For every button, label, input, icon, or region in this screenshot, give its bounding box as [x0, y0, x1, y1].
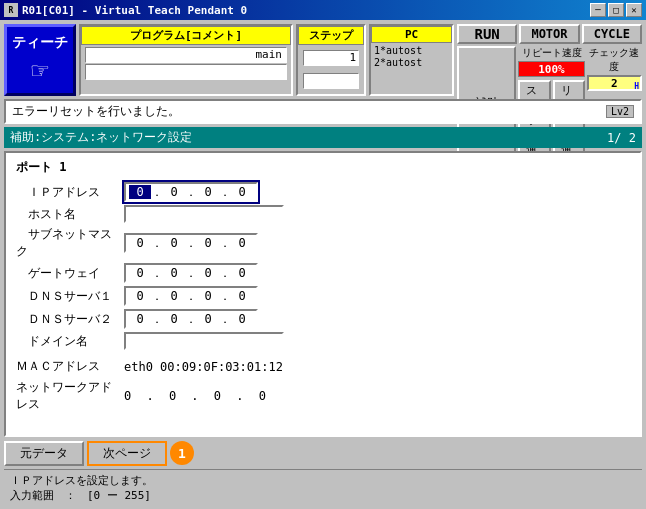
ip-seg-1[interactable]	[129, 185, 151, 199]
check-speed-field[interactable]: 2 H	[587, 75, 642, 91]
error-bar: エラーリセットを行いました。 Lv2	[4, 99, 642, 124]
bottom-bar: 元データ 次ページ 1	[4, 440, 642, 466]
dns2-seg-1[interactable]	[129, 312, 151, 326]
gw-field[interactable]: ． ． ．	[124, 263, 258, 283]
ip-dot-2: ．	[185, 184, 197, 201]
info-page: 1/ 2	[607, 131, 636, 145]
dns2-label: ＤＮＳサーバ２	[16, 311, 116, 328]
gw-seg-4[interactable]	[231, 266, 253, 280]
dns2-seg-3[interactable]	[197, 312, 219, 326]
repeat-speed-bar: 100%	[518, 61, 584, 77]
pc-header: PC	[371, 26, 452, 43]
dns1-seg-3[interactable]	[197, 289, 219, 303]
dns1-seg-4[interactable]	[231, 289, 253, 303]
program-box: プログラム[コメント] main	[79, 24, 293, 96]
dns1-label: ＤＮＳサーバ１	[16, 288, 116, 305]
dns2-field[interactable]: ． ． ．	[124, 309, 258, 329]
top-row: ティーチ ☞ プログラム[コメント] main ステップ 1	[4, 24, 642, 96]
form-row-dns2: ＤＮＳサーバ２ ． ． ．	[16, 309, 630, 329]
cycle-label: CYCLE	[594, 27, 630, 41]
window-icon: R	[4, 3, 18, 17]
mac-value: eth0 00:09:0F:03:01:12	[124, 360, 283, 374]
form-row-ip: ＩＰアドレス ． ． ．	[16, 182, 630, 202]
status-line-2: 入力範囲 ： [0 ー 255]	[10, 488, 636, 503]
domain-label: ドメイン名	[16, 333, 116, 350]
right-top-row: RUN MOTOR CYCLE	[457, 24, 642, 44]
ip-dot-1: ．	[151, 184, 163, 201]
close-button[interactable]: ✕	[626, 3, 642, 17]
gw-seg-3[interactable]	[197, 266, 219, 280]
ip-field[interactable]: ． ． ．	[124, 182, 258, 202]
program-header: プログラム[コメント]	[81, 26, 291, 45]
next-page-button[interactable]: 次ページ	[87, 441, 167, 466]
subnet-seg-4[interactable]	[231, 236, 253, 250]
subnet-label: サブネットマスク	[16, 226, 116, 260]
pc-line-1: 1*autost	[374, 45, 449, 56]
dns2-seg-2[interactable]	[163, 312, 185, 326]
program-line-1: main	[85, 47, 287, 63]
ip-dot-3: ．	[219, 184, 231, 201]
subnet-field[interactable]: ． ． ．	[124, 233, 258, 253]
ip-seg-2[interactable]	[163, 185, 185, 199]
window-title: R01[C01] - Virtual Teach Pendant 0	[22, 4, 247, 17]
step-box: ステップ 1	[296, 24, 366, 96]
form-grid: ＩＰアドレス ． ． ． ホスト名 サブネットマスク	[16, 182, 630, 350]
minimize-button[interactable]: ─	[590, 3, 606, 17]
step-value-field[interactable]: 1	[303, 50, 359, 66]
motor-button[interactable]: MOTOR	[519, 24, 579, 44]
program-content: main	[81, 45, 291, 94]
repeat-speed-value: 100%	[538, 63, 565, 76]
run-button[interactable]: RUN	[457, 24, 517, 44]
pc-box: PC 1*autost 2*autost	[369, 24, 454, 96]
dns1-field[interactable]: ． ． ．	[124, 286, 258, 306]
content-area: ポート 1 ＩＰアドレス ． ． ． ホスト名	[4, 151, 642, 437]
step-header: ステップ	[298, 26, 364, 45]
lv-badge: Lv2	[606, 105, 634, 118]
port-label: ポート 1	[16, 159, 630, 176]
dns1-seg-2[interactable]	[163, 289, 185, 303]
form-row-domain: ドメイン名	[16, 332, 630, 350]
host-label: ホスト名	[16, 206, 116, 223]
run-label: RUN	[475, 26, 500, 42]
title-bar: R R01[C01] - Virtual Teach Pendant 0 ─ □…	[0, 0, 646, 20]
net-addr-row: ネットワークアドレス 0 . 0 . 0 . 0	[16, 379, 630, 413]
gw-seg-1[interactable]	[129, 266, 151, 280]
dns2-seg-4[interactable]	[231, 312, 253, 326]
host-field[interactable]	[124, 205, 284, 223]
teach-button[interactable]: ティーチ ☞	[4, 24, 76, 96]
step-content: 1	[298, 45, 364, 94]
right-controls: RUN MOTOR CYCLE 補助 リピート速度 100%	[457, 24, 642, 96]
program-comment-field[interactable]	[85, 64, 287, 80]
motor-label: MOTOR	[531, 27, 567, 41]
info-path: 補助:システム:ネットワーク設定	[10, 129, 192, 146]
circle-badge: 1	[170, 441, 194, 465]
step-bracket-field[interactable]	[303, 73, 359, 89]
subnet-seg-2[interactable]	[163, 236, 185, 250]
domain-field[interactable]	[124, 332, 284, 350]
status-line-1: ＩＰアドレスを設定します。	[10, 473, 636, 488]
form-row-subnet: サブネットマスク ． ． ．	[16, 226, 630, 260]
moto-data-button[interactable]: 元データ	[4, 441, 84, 466]
subnet-seg-3[interactable]	[197, 236, 219, 250]
pc-line-2: 2*autost	[374, 57, 449, 68]
teach-hand-icon: ☞	[32, 54, 49, 87]
program-name-field[interactable]: main	[85, 47, 287, 63]
dns1-seg-1[interactable]	[129, 289, 151, 303]
ip-label: ＩＰアドレス	[16, 184, 116, 201]
form-row-dns1: ＤＮＳサーバ１ ． ． ．	[16, 286, 630, 306]
restore-button[interactable]: □	[608, 3, 624, 17]
cycle-button[interactable]: CYCLE	[582, 24, 642, 44]
ip-seg-3[interactable]	[197, 185, 219, 199]
subnet-seg-1[interactable]	[129, 236, 151, 250]
window-body: ティーチ ☞ プログラム[コメント] main ステップ 1	[0, 20, 646, 509]
gw-seg-2[interactable]	[163, 266, 185, 280]
ip-seg-4[interactable]	[231, 185, 253, 199]
form-row-host: ホスト名	[16, 205, 630, 223]
repeat-speed-label: リピート速度	[518, 46, 584, 60]
gw-label: ゲートウェイ	[16, 265, 116, 282]
status-bar: ＩＰアドレスを設定します。 入力範囲 ： [0 ー 255]	[4, 469, 642, 505]
pc-content: 1*autost 2*autost	[371, 43, 452, 94]
error-message: エラーリセットを行いました。	[12, 103, 180, 120]
check-h-indicator: H	[634, 82, 639, 91]
net-addr-label: ネットワークアドレス	[16, 379, 116, 413]
